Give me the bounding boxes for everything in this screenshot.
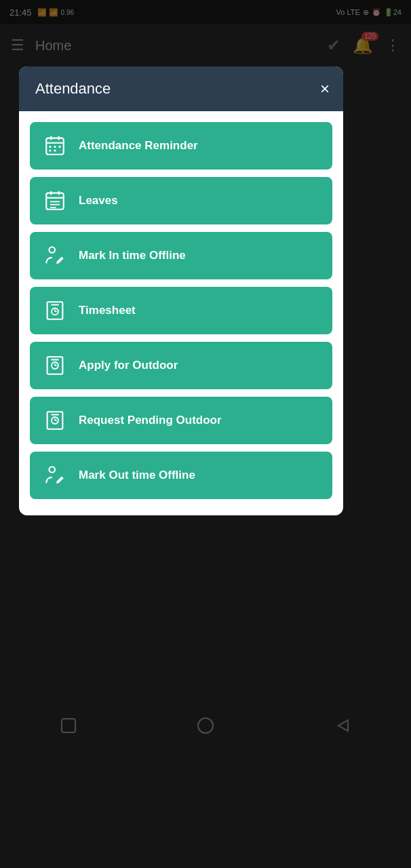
leaves-label: Leaves	[79, 194, 118, 208]
mark-in-offline-button[interactable]: Mark In time Offline	[30, 232, 332, 279]
dialog-close-button[interactable]: ×	[320, 81, 330, 97]
person-pen-out-icon	[42, 462, 68, 488]
svg-rect-4	[50, 146, 52, 148]
leaves-icon	[42, 188, 68, 214]
attendance-reminder-button[interactable]: Attendance Reminder	[30, 122, 332, 170]
mark-in-offline-label: Mark In time Offline	[79, 249, 186, 262]
attendance-dialog: Attendance × Attendance Reminder	[19, 66, 343, 515]
svg-point-32	[50, 467, 56, 473]
timesheet-label: Timesheet	[79, 304, 136, 317]
dialog-body: Attendance Reminder Leaves	[19, 111, 343, 505]
svg-rect-5	[54, 146, 56, 148]
apply-outdoor-button[interactable]: Apply for Outdoor	[30, 342, 332, 389]
outdoor-apply-icon	[42, 353, 68, 378]
svg-rect-8	[54, 150, 56, 152]
attendance-reminder-label: Attendance Reminder	[79, 139, 198, 153]
mark-out-offline-label: Mark Out time Offline	[79, 469, 195, 482]
mark-out-offline-button[interactable]: Mark Out time Offline	[30, 452, 332, 499]
calendar-icon	[42, 133, 68, 159]
pending-outdoor-icon	[42, 408, 68, 433]
leaves-button[interactable]: Leaves	[30, 177, 332, 224]
dialog-header: Attendance ×	[19, 66, 343, 111]
svg-rect-7	[50, 150, 52, 152]
request-pending-outdoor-button[interactable]: Request Pending Outdoor	[30, 397, 332, 444]
timesheet-icon	[42, 298, 68, 323]
svg-rect-6	[59, 146, 61, 148]
request-pending-outdoor-label: Request Pending Outdoor	[79, 414, 222, 427]
apply-outdoor-label: Apply for Outdoor	[79, 359, 178, 372]
dialog-title: Attendance	[35, 80, 111, 98]
person-pen-in-icon	[42, 243, 68, 269]
svg-point-16	[50, 247, 56, 253]
timesheet-button[interactable]: Timesheet	[30, 287, 332, 334]
